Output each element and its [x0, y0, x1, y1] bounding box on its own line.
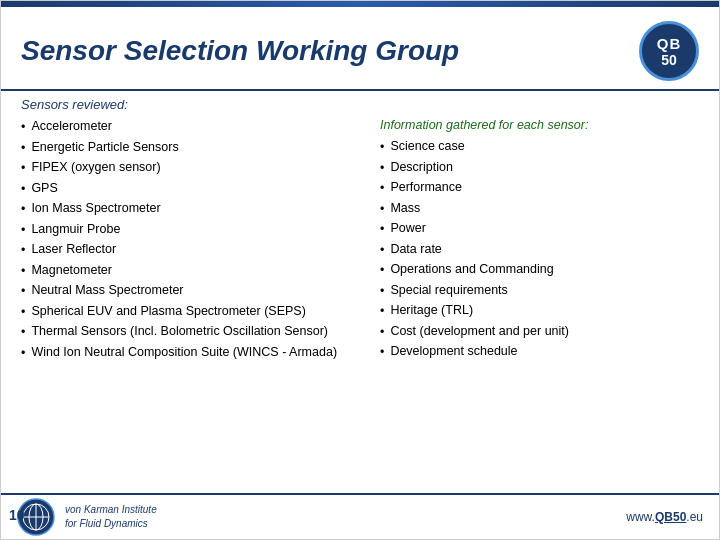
qb50-logo: QB 50 — [639, 21, 699, 81]
list-item: •Performance — [380, 179, 699, 198]
bullet-icon: • — [380, 201, 384, 219]
bullet-icon: • — [380, 180, 384, 198]
list-item: •Special requirements — [380, 282, 699, 301]
footer: 10 von Karman Institute for Fluid Dynami… — [1, 493, 719, 539]
bullet-icon: • — [21, 283, 25, 301]
bullet-icon: • — [380, 303, 384, 321]
list-item: •Langmuir Probe — [21, 221, 340, 240]
logo-50-text: 50 — [661, 52, 677, 68]
list-item: •Power — [380, 220, 699, 239]
bullet-icon: • — [21, 119, 25, 137]
bullet-icon: • — [380, 344, 384, 362]
bullet-icon: • — [21, 181, 25, 199]
list-item: •Neutral Mass Spectrometer — [21, 282, 340, 301]
website-text: www.QB50.eu — [626, 510, 703, 524]
list-item: •Cost (development and per unit) — [380, 323, 699, 342]
bullet-icon: • — [21, 160, 25, 178]
bullet-icon: • — [380, 324, 384, 342]
website-bold: QB50 — [655, 510, 686, 524]
list-item: •Thermal Sensors (Incl. Bolometric Oscil… — [21, 323, 340, 342]
bullet-icon: • — [380, 139, 384, 157]
title-area: Sensor Selection Working Group QB 50 — [1, 7, 719, 91]
list-item: •Development schedule — [380, 343, 699, 362]
list-item: •Science case — [380, 138, 699, 157]
slide-title: Sensor Selection Working Group — [21, 35, 459, 67]
info-gathered-label: Information gathered for each sensor: — [380, 118, 699, 132]
bottom-left-area: von Karman Institute for Fluid Dynamics — [17, 498, 157, 536]
list-item: •Data rate — [380, 241, 699, 260]
logo-qb-text: QB — [657, 35, 682, 52]
list-item: •Spherical EUV and Plasma Spectrometer (… — [21, 303, 340, 322]
list-item: •Magnetometer — [21, 262, 340, 281]
list-item: •Mass — [380, 200, 699, 219]
bullet-icon: • — [380, 221, 384, 239]
bullet-icon: • — [380, 262, 384, 280]
page-number: 10 — [9, 507, 25, 523]
list-item: •Accelerometer — [21, 118, 340, 137]
bullet-icon: • — [21, 324, 25, 342]
vki-institute-text: von Karman Institute for Fluid Dynamics — [65, 503, 157, 531]
left-column: •Accelerometer •Energetic Particle Senso… — [21, 118, 350, 508]
sensors-label: Sensors reviewed: — [21, 97, 699, 112]
right-column: Information gathered for each sensor: •S… — [370, 118, 699, 508]
bullet-icon: • — [21, 201, 25, 219]
list-item: •Operations and Commanding — [380, 261, 699, 280]
sensors-list: •Accelerometer •Energetic Particle Senso… — [21, 118, 340, 362]
info-list: •Science case •Description •Performance … — [380, 138, 699, 362]
list-item: •Wind Ion Neutral Composition Suite (WIN… — [21, 344, 340, 363]
bullet-icon: • — [21, 242, 25, 260]
list-item: •Energetic Particle Sensors — [21, 139, 340, 158]
bullet-icon: • — [380, 160, 384, 178]
list-item: •Heritage (TRL) — [380, 302, 699, 321]
bullet-icon: • — [21, 263, 25, 281]
content-area: •Accelerometer •Energetic Particle Senso… — [1, 118, 719, 508]
bullet-icon: • — [21, 304, 25, 322]
list-item: •Description — [380, 159, 699, 178]
list-item: •GPS — [21, 180, 340, 199]
bullet-icon: • — [380, 283, 384, 301]
list-item: •Ion Mass Spectrometer — [21, 200, 340, 219]
bullet-icon: • — [21, 222, 25, 240]
bullet-icon: • — [21, 345, 25, 363]
bullet-icon: • — [380, 242, 384, 260]
bullet-icon: • — [21, 140, 25, 158]
list-item: •Laser Reflector — [21, 241, 340, 260]
list-item: •FIPEX (oxygen sensor) — [21, 159, 340, 178]
slide: Sensor Selection Working Group QB 50 Sen… — [0, 0, 720, 540]
